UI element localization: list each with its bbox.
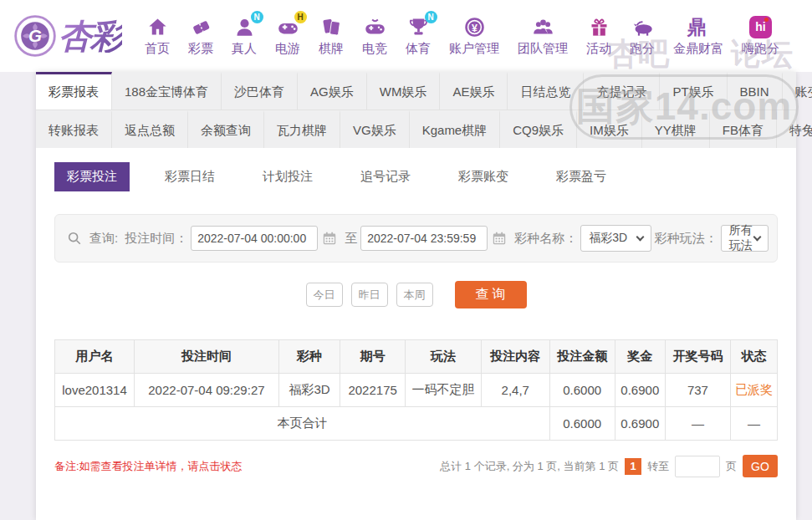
- nav-item-home[interactable]: 首页: [145, 16, 170, 57]
- nav-item-team-management[interactable]: 团队管理: [518, 16, 568, 57]
- this-week-button[interactable]: 本周: [396, 283, 433, 307]
- chevron-down-icon: [753, 232, 762, 241]
- report-tabs-row2: 转账报表 返点总额 余额查询 瓦力棋牌 VG娱乐 Kgame棋牌 CQ9娱乐 I…: [36, 110, 796, 148]
- nav-item-lottery[interactable]: 彩票: [188, 16, 213, 57]
- cell-username: love201314: [55, 374, 135, 407]
- time-from-input[interactable]: [191, 226, 318, 251]
- nav-item-jinding-wealth[interactable]: 鼎 金鼎财富: [673, 16, 723, 57]
- calendar-icon[interactable]: [322, 231, 337, 246]
- goto-label: 转至: [647, 459, 669, 474]
- col-prize: 奖金: [615, 340, 665, 374]
- tab-vg[interactable]: VG娱乐: [340, 110, 410, 148]
- new-badge: N: [425, 11, 437, 23]
- play-type-select[interactable]: 所有玩法: [721, 225, 769, 252]
- table-footer: 备注:如需查看投注单详情，请点击状态 总计 1 个记录, 分为 1 页, 当前第…: [54, 455, 778, 477]
- tab-ae[interactable]: AE娱乐: [440, 72, 508, 110]
- tab-saba-sports[interactable]: 沙巴体育: [222, 72, 298, 110]
- tab-rebate-total[interactable]: 返点总额: [112, 110, 188, 148]
- nav-label: 电竞: [362, 41, 387, 57]
- nav-label: 彩票: [188, 41, 213, 57]
- svg-text:G: G: [28, 26, 42, 45]
- tab-ag[interactable]: AG娱乐: [298, 72, 367, 110]
- tab-fb-sports[interactable]: FB体育: [710, 110, 777, 148]
- nav-label: 嗨跑分: [742, 41, 779, 57]
- nav-item-hi-paofen[interactable]: hi 嗨跑分: [742, 16, 779, 57]
- tab-kgame[interactable]: Kgame棋牌: [410, 110, 501, 148]
- cell-bet-amount: 0.6000: [549, 374, 615, 407]
- goto-page-input[interactable]: [675, 456, 720, 477]
- main-navigation: 首页 彩票 N 真人 H 电游: [135, 16, 789, 57]
- search-button[interactable]: 查 询: [455, 281, 527, 308]
- play-type-label: 彩种玩法：: [655, 231, 718, 247]
- subtab-lottery-bets[interactable]: 彩票投注: [54, 162, 130, 191]
- lottery-name-select[interactable]: 福彩3D: [580, 225, 651, 252]
- nav-label: 体育: [406, 41, 431, 57]
- live-person-icon: N: [233, 16, 256, 38]
- nav-item-account-management[interactable]: ¥ 账户管理: [449, 16, 499, 57]
- nav-item-egames[interactable]: H 电游: [275, 16, 300, 57]
- pagination-summary: 总计 1 个记录, 分为 1 页, 当前第 1 页: [440, 459, 619, 474]
- yesterday-button[interactable]: 昨日: [351, 283, 388, 307]
- table-summary-row: 本页合计 0.6000 0.6900 — —: [55, 407, 778, 441]
- summary-prize-total: 0.6900: [615, 407, 665, 441]
- summary-dash: —: [666, 407, 731, 441]
- col-username: 用户名: [55, 340, 135, 374]
- tab-deposit-withdraw[interactable]: 充提记录: [584, 72, 660, 110]
- red-dot: [764, 18, 769, 22]
- tab-tetu-boardgames[interactable]: 特兔棋牌: [777, 110, 812, 148]
- nav-label: 电游: [275, 41, 300, 57]
- nav-item-esports[interactable]: 电竞: [362, 16, 387, 57]
- calendar-icon[interactable]: [492, 231, 507, 246]
- tab-wali-boardgames[interactable]: 瓦力棋牌: [264, 110, 340, 148]
- nav-item-paofen[interactable]: 跑分: [630, 16, 655, 57]
- sports-trophy-icon: N: [407, 16, 430, 38]
- nav-item-sports[interactable]: N 体育: [406, 16, 431, 57]
- subtab-lottery-profit-loss[interactable]: 彩票盈亏: [544, 162, 619, 191]
- tab-bbin[interactable]: BBIN: [728, 72, 783, 110]
- bet-records-table: 用户名 投注时间 彩种 期号 玩法 投注内容 投注金额 奖金 开奖号码 状态 l…: [54, 339, 778, 441]
- tab-account-change-report[interactable]: 账变报表: [783, 72, 812, 110]
- tab-balance-query[interactable]: 余额查询: [188, 110, 264, 148]
- subtab-lottery-account-change[interactable]: 彩票账变: [446, 162, 521, 191]
- nav-label: 棋牌: [319, 41, 344, 57]
- tab-wm[interactable]: WM娱乐: [367, 72, 441, 110]
- site-logo[interactable]: G 杏彩: [12, 13, 122, 59]
- tab-im[interactable]: IM娱乐: [577, 110, 642, 148]
- hi-chip-icon: hi: [749, 16, 772, 38]
- time-to-input[interactable]: [360, 226, 488, 251]
- tab-yy-boardgames[interactable]: YY棋牌: [642, 110, 710, 148]
- tab-cq9[interactable]: CQ9娱乐: [500, 110, 577, 148]
- subtab-plan-bets[interactable]: 计划投注: [250, 162, 325, 191]
- pagination: 总计 1 个记录, 分为 1 页, 当前第 1 页 1 转至 页 GO: [440, 455, 778, 477]
- tab-daily-overview[interactable]: 日结总览: [508, 72, 584, 110]
- summary-label: 本页合计: [55, 407, 550, 441]
- search-label: 查询:: [89, 231, 118, 247]
- subtab-lottery-daily[interactable]: 彩票日结: [152, 162, 227, 191]
- nav-item-activity[interactable]: 活动: [586, 16, 611, 57]
- logo-text: 杏彩: [59, 19, 122, 53]
- search-filter-panel: 查询: 投注时间： 至 彩种名称： 福彩3D 彩种玩法： 所有玩法: [54, 214, 778, 263]
- main-content-panel: 彩票报表 188金宝博体育 沙巴体育 AG娱乐 WM娱乐 AE娱乐 日结总览 充…: [36, 72, 796, 520]
- summary-dash: —: [730, 407, 777, 441]
- lottery-name-label: 彩种名称：: [514, 231, 577, 247]
- rhino-icon: [631, 16, 654, 38]
- nav-item-live[interactable]: N 真人: [232, 16, 257, 57]
- tab-pt[interactable]: PT娱乐: [660, 72, 727, 110]
- activity-gift-icon: [588, 16, 610, 38]
- nav-label: 真人: [232, 41, 257, 57]
- go-button[interactable]: GO: [743, 455, 778, 477]
- tab-188-sports[interactable]: 188金宝博体育: [112, 72, 222, 110]
- current-page-button[interactable]: 1: [625, 458, 641, 475]
- nav-label: 首页: [145, 41, 170, 57]
- esports-gamepad-icon: [364, 16, 386, 38]
- tab-transfer-report[interactable]: 转账报表: [36, 110, 112, 148]
- nav-label: 活动: [586, 41, 611, 57]
- today-button[interactable]: 今日: [306, 283, 343, 307]
- page: G 杏彩 首页 彩票 N 真人: [0, 0, 812, 520]
- status-link[interactable]: 已派奖: [730, 374, 777, 407]
- nav-label: 账户管理: [449, 41, 499, 57]
- tab-lottery-report[interactable]: 彩票报表: [36, 72, 112, 110]
- nav-item-boardgames[interactable]: 棋牌: [319, 16, 344, 57]
- subtab-chase-records[interactable]: 追号记录: [348, 162, 423, 191]
- chevron-down-icon: [636, 232, 644, 241]
